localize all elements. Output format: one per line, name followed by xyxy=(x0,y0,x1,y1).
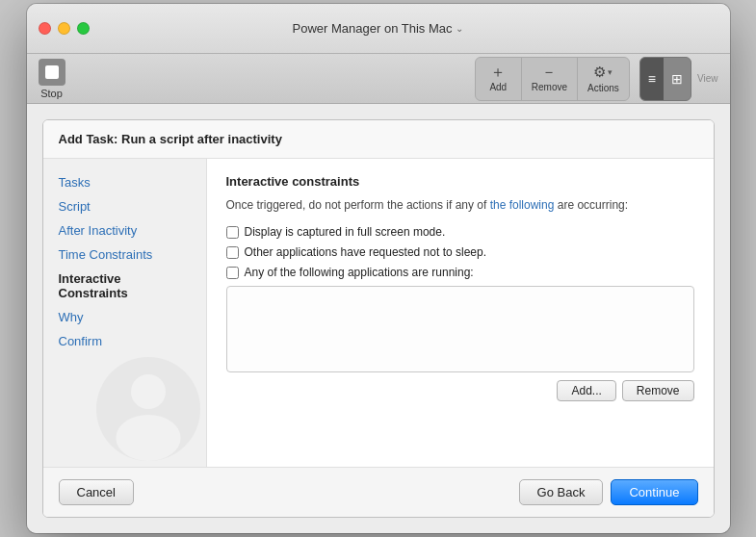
continue-button[interactable]: Continue xyxy=(611,479,697,505)
stop-icon-square xyxy=(45,65,59,79)
stop-icon xyxy=(39,59,65,86)
minimize-button[interactable] xyxy=(58,22,70,35)
add-button[interactable]: ＋ Add xyxy=(476,58,522,100)
nav-item-tasks[interactable]: Tasks xyxy=(43,170,206,194)
go-back-button[interactable]: Go Back xyxy=(519,479,604,505)
checkbox-row-3: Any of the following applications are ru… xyxy=(226,266,694,279)
stop-button[interactable]: Stop xyxy=(39,59,65,99)
remove-app-button[interactable]: Remove xyxy=(622,380,694,401)
view-group: ≡ ⊞ xyxy=(639,57,691,101)
desc-highlight: the following xyxy=(490,198,555,212)
gear-icon: ⚙ xyxy=(593,64,606,81)
maximize-button[interactable] xyxy=(77,22,90,35)
nav-item-interactive-constraints[interactable]: Interactive Constraints xyxy=(43,267,206,305)
checkbox-row-1: Display is captured in full screen mode. xyxy=(226,225,694,239)
wizard-footer: Cancel Go Back Continue xyxy=(43,467,714,517)
traffic-lights xyxy=(39,22,90,35)
section-desc: Once triggered, do not perform the actio… xyxy=(226,196,694,214)
actions-row: ⚙ ▾ xyxy=(593,64,613,81)
checkbox-apps-label: Any of the following applications are ru… xyxy=(245,266,474,279)
footer-left: Cancel xyxy=(59,479,134,505)
title-label: Power Manager on This Mac xyxy=(293,21,453,36)
footer-right: Go Back Continue xyxy=(519,479,698,505)
add-remove-group: ＋ Add － Remove ⚙ ▾ Actions xyxy=(475,57,630,101)
svg-point-1 xyxy=(131,374,166,409)
content-area: Add Task: Run a script after inactivity … xyxy=(27,104,730,533)
remove-button[interactable]: － Remove xyxy=(522,58,578,100)
view-label: View xyxy=(697,73,718,84)
cancel-button[interactable]: Cancel xyxy=(59,479,134,505)
desc-pre: Once triggered, do not perform the actio… xyxy=(226,198,490,212)
view-icon-button[interactable]: ⊞ xyxy=(664,58,691,100)
close-button[interactable] xyxy=(39,22,51,35)
grid-icon: ⊞ xyxy=(671,71,683,87)
nav-item-time-constraints[interactable]: Time Constraints xyxy=(43,243,206,267)
svg-point-2 xyxy=(116,415,180,461)
toolbar: Stop ＋ Add － Remove ⚙ ▾ Actions ≡ xyxy=(27,54,730,104)
nav-item-after-inactivity[interactable]: After Inactivity xyxy=(43,218,206,243)
actions-button[interactable]: ⚙ ▾ Actions xyxy=(578,58,629,100)
checkbox-sleep[interactable] xyxy=(226,246,239,259)
stop-label: Stop xyxy=(40,88,63,99)
remove-label: Remove xyxy=(532,82,567,92)
list-icon: ≡ xyxy=(648,71,656,87)
app-list-actions: Add... Remove xyxy=(226,380,694,401)
actions-caret-icon: ▾ xyxy=(608,67,613,77)
wizard-panel: Add Task: Run a script after inactivity … xyxy=(42,119,715,518)
remove-icon: － xyxy=(541,64,557,80)
add-app-button[interactable]: Add... xyxy=(557,380,615,401)
window-title: Power Manager on This Mac ⌄ xyxy=(293,21,464,36)
app-list-box xyxy=(226,286,694,372)
checkbox-row-2: Other applications have requested not to… xyxy=(226,245,694,259)
title-chevron-icon: ⌄ xyxy=(456,23,463,34)
main-window: Power Manager on This Mac ⌄ Stop ＋ Add －… xyxy=(27,4,730,533)
add-label: Add xyxy=(489,82,507,92)
nav-item-script[interactable]: Script xyxy=(43,194,206,218)
actions-label: Actions xyxy=(587,83,619,93)
svg-point-0 xyxy=(96,357,200,461)
wizard-body: Tasks Script After Inactivity Time Const… xyxy=(43,159,714,467)
nav-item-why[interactable]: Why xyxy=(43,305,206,329)
wizard-sidebar: Tasks Script After Inactivity Time Const… xyxy=(43,159,207,467)
wizard-main: Interactive constraints Once triggered, … xyxy=(207,159,714,467)
nav-item-confirm[interactable]: Confirm xyxy=(43,329,206,353)
sidebar-logo-bg xyxy=(91,351,206,467)
checkbox-fullscreen-label: Display is captured in full screen mode. xyxy=(245,225,446,239)
checkbox-apps-running[interactable] xyxy=(226,267,239,279)
add-icon: ＋ xyxy=(490,64,506,80)
checkbox-fullscreen[interactable] xyxy=(226,226,239,239)
titlebar: Power Manager on This Mac ⌄ xyxy=(27,4,730,54)
section-title: Interactive constraints xyxy=(226,174,694,189)
desc-post: are occurring: xyxy=(554,198,628,212)
wizard-header-title: Add Task: Run a script after inactivity xyxy=(59,132,282,146)
wizard-header: Add Task: Run a script after inactivity xyxy=(43,120,714,159)
view-list-button[interactable]: ≡ xyxy=(640,58,664,100)
checkbox-sleep-label: Other applications have requested not to… xyxy=(245,245,487,259)
